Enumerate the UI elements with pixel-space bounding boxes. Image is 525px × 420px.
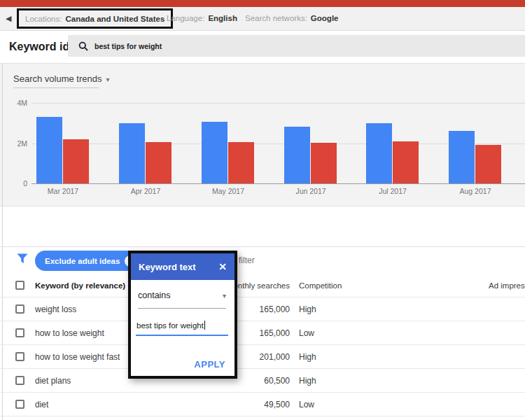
match-type-select[interactable]: contains ▾ [138,290,227,300]
x-axis-label: Mar 2017 [28,187,98,195]
keyword-text-input[interactable]: best tips for weight [136,321,228,330]
column-header-keyword[interactable]: Keyword (by relevance) [35,281,125,290]
monthly-searches-cell: 49,500 [185,400,290,410]
input-focus-underline [136,335,228,336]
keyword-text-filter-popup: Keyword text ✕ contains ▾ best tips for … [128,251,237,379]
search-networks-label: Search networks: [245,14,307,22]
column-header-ad-impression[interactable]: Ad impression [489,281,525,290]
table-row: weight loss165,000High [0,298,525,321]
filter-funnel-icon[interactable] [17,253,28,264]
table-row: diet plans60,500High [0,369,525,393]
keyword-cell: how to lose weight fast [35,352,120,362]
select-all-checkbox[interactable] [15,281,24,290]
bar-series-red [63,139,89,183]
search-volume-trends-dropdown[interactable]: Search volume trends▾ [13,74,109,84]
row-checkbox[interactable] [15,376,24,385]
competition-cell: High [299,304,316,314]
keyword-search-input[interactable]: best tips for weight [68,35,525,57]
x-axis-label: Apr 2017 [111,187,181,195]
row-checkbox[interactable] [15,304,24,314]
competition-cell: Low [299,328,314,338]
exclude-adult-ideas-chip[interactable]: Exclude adult ideas ✕ [35,251,141,271]
back-arrow-icon[interactable]: ◀ [6,14,11,23]
keyword-planner-page: { "topbar": { "locations_label": "Locati… [0,0,525,420]
chart-title: Search volume trends [13,74,102,84]
keyword-search-value: best tips for weight [94,42,162,50]
chevron-down-icon: ▾ [106,76,109,83]
chip-label: Exclude adult ideas [45,257,120,265]
popup-title: Keyword text [139,262,196,272]
table-row: how to lose weight fast201,000High [0,345,525,369]
x-axis-label: Jul 2017 [358,187,428,195]
add-filter-label[interactable]: filter [239,255,255,265]
locations-setting[interactable]: Locations: Canada and United States [17,8,173,29]
keyword-text-value: best tips for weight [136,321,204,330]
bar-series-blue [202,122,227,183]
table-rows: weight loss165,000Highhow to lose weight… [0,298,525,416]
close-icon[interactable]: ✕ [218,261,227,272]
bar-series-blue [449,131,475,183]
bar-series-blue [366,123,392,183]
bar-series-red [228,142,254,183]
y-axis-label: 4M [5,99,27,107]
bar-series-red [475,145,501,183]
match-type-value: contains [138,290,171,300]
keyword-cell: weight loss [35,304,76,314]
row-checkbox[interactable] [15,352,24,361]
bar-series-red [311,143,337,183]
x-axis-label: Aug 2017 [440,187,510,195]
x-axis-label: Jun 2017 [276,187,346,195]
text-cursor [204,321,205,330]
chevron-down-icon: ▾ [223,292,226,300]
x-axis-label: May 2017 [193,187,263,195]
language-label: Language: [167,14,204,22]
competition-cell: High [299,352,316,362]
app-top-red-strip [0,0,525,7]
popup-body: contains ▾ best tips for weight APPLY [131,280,234,376]
gridline [31,103,525,104]
gridline [31,183,525,184]
language-setting[interactable]: Language: English [167,14,237,22]
chart-title-underline [13,88,99,88]
y-axis-label: 2M [5,139,27,148]
bar-series-blue [284,127,310,183]
settings-toolbar: ◀ Locations: Canada and United States La… [0,7,525,31]
search-networks-setting[interactable]: Search networks: Google [245,14,338,22]
y-axis-label: 0 [5,179,27,188]
keywords-table-section [0,246,525,247]
table-header-row: Keyword (by relevance) monthly searches … [0,274,525,298]
row-checkbox[interactable] [15,328,24,337]
table-row: diet49,500Low [0,393,525,416]
locations-value: Canada and United States [65,15,164,23]
competition-cell: High [299,376,316,386]
search-icon [78,41,88,51]
locations-label: Locations: [25,15,62,23]
popup-header: Keyword text ✕ [131,253,234,280]
bar-series-blue [36,117,62,183]
keyword-cell: how to lose weight [35,328,104,338]
competition-cell: Low [299,400,314,410]
row-checkbox[interactable] [15,400,24,409]
bar-series-red [146,142,172,183]
keyword-cell: diet plans [35,376,71,386]
table-row: how to lose weight165,000Low [0,321,525,345]
column-header-competition[interactable]: Competition [299,281,342,290]
chart-plot: Search volume trends▾ 4M2M0Mar 2017Apr 2… [0,64,525,206]
match-select-underline [138,308,226,309]
keyword-cell: diet [35,400,48,410]
search-networks-value: Google [311,14,339,22]
bar-series-red [393,141,419,183]
apply-button[interactable]: APPLY [194,359,225,370]
page-header: Keyword ideas best tips for weight [0,31,525,64]
language-value: English [208,14,237,22]
bar-series-blue [119,123,145,183]
